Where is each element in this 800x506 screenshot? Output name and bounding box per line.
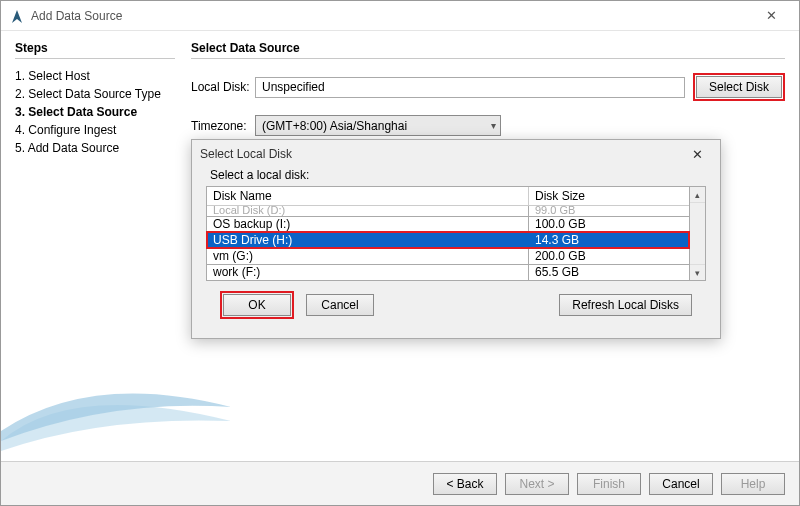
table-row[interactable]: vm (G:)200.0 GB [207,248,689,264]
disk-table: Disk Name Disk Size Local Disk (D:)99.0 … [206,186,690,281]
steps-sidebar: Steps 1. Select Host 2. Select Data Sour… [1,31,181,461]
table-row[interactable]: work (F:)65.5 GB [207,264,689,280]
timezone-label: Timezone: [191,119,255,133]
dialog-close-icon[interactable]: ✕ [682,147,712,162]
scroll-up-icon[interactable]: ▴ [690,187,705,203]
wizard-footer: < Back Next > Finish Cancel Help [1,461,799,505]
scroll-down-icon[interactable]: ▾ [690,264,705,280]
step-item: 2. Select Data Source Type [15,85,175,103]
local-disk-input[interactable] [255,77,685,98]
ok-button[interactable]: OK [223,294,291,316]
close-icon[interactable]: ✕ [751,8,791,23]
col-disk-name[interactable]: Disk Name [207,187,529,205]
table-row[interactable]: Local Disk (D:)99.0 GB [207,206,689,216]
table-row[interactable]: OS backup (I:)100.0 GB [207,216,689,232]
table-row-selected[interactable]: USB Drive (H:)14.3 GB [207,232,689,248]
help-button[interactable]: Help [721,473,785,495]
step-item: 4. Configure Ingest [15,121,175,139]
dialog-subtitle: Select a local disk: [210,168,706,182]
next-button[interactable]: Next > [505,473,569,495]
window-title: Add Data Source [31,9,751,23]
select-disk-dialog: Select Local Disk ✕ Select a local disk:… [191,139,721,339]
finish-button[interactable]: Finish [577,473,641,495]
cancel-button[interactable]: Cancel [649,473,713,495]
titlebar: Add Data Source ✕ [1,1,799,31]
step-item-current: 3. Select Data Source [15,103,175,121]
refresh-disks-button[interactable]: Refresh Local Disks [559,294,692,316]
local-disk-label: Local Disk: [191,80,255,94]
dialog-cancel-button[interactable]: Cancel [306,294,374,316]
timezone-value: (GMT+8:00) Asia/Shanghai [262,119,407,133]
dialog-title: Select Local Disk [200,147,682,161]
app-icon [9,8,25,24]
back-button[interactable]: < Back [433,473,497,495]
steps-heading: Steps [15,41,175,59]
col-disk-size[interactable]: Disk Size [529,187,689,205]
step-item: 1. Select Host [15,67,175,85]
timezone-select[interactable]: (GMT+8:00) Asia/Shanghai ▾ [255,115,501,136]
panel-heading: Select Data Source [191,41,785,59]
step-item: 5. Add Data Source [15,139,175,157]
chevron-down-icon: ▾ [491,120,496,131]
select-disk-button[interactable]: Select Disk [696,76,782,98]
scrollbar[interactable]: ▴ ▾ [690,186,706,281]
steps-list: 1. Select Host 2. Select Data Source Typ… [15,61,175,157]
